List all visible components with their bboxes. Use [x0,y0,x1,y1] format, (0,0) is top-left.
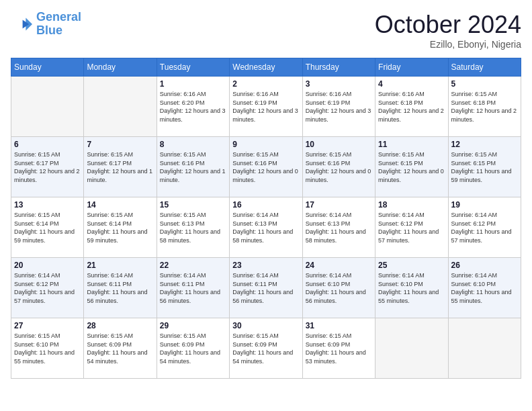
calendar-cell: 3Sunrise: 6:16 AM Sunset: 6:19 PM Daylig… [302,77,375,137]
cell-info: Sunrise: 6:15 AM Sunset: 6:09 PM Dayligh… [232,332,299,365]
calendar-cell: 16Sunrise: 6:14 AM Sunset: 6:13 PM Dayli… [230,197,302,258]
cell-info: Sunrise: 6:14 AM Sunset: 6:10 PM Dayligh… [451,271,518,305]
logo-icon [11,13,32,35]
calendar: SundayMondayTuesdayWednesdayThursdayFrid… [11,58,521,379]
calendar-cell: 27Sunrise: 6:15 AM Sunset: 6:10 PM Dayli… [11,318,84,379]
day-number: 31 [306,321,372,330]
cell-info: Sunrise: 6:14 AM Sunset: 6:12 PM Dayligh… [378,211,445,244]
calendar-cell: 29Sunrise: 6:15 AM Sunset: 6:09 PM Dayli… [157,318,229,379]
day-number: 10 [306,140,372,149]
logo-line1: General [36,10,81,24]
day-number: 17 [306,200,372,210]
day-header-tuesday: Tuesday [157,58,229,77]
page-header: General Blue October 2024 Ezillo, Ebonyi… [11,11,521,50]
day-number: 19 [451,200,518,210]
logo-text: General Blue [36,11,81,38]
day-number: 29 [160,321,226,330]
month-title: October 2024 [375,11,521,39]
cell-info: Sunrise: 6:14 AM Sunset: 6:13 PM Dayligh… [306,211,372,244]
cell-info: Sunrise: 6:15 AM Sunset: 6:10 PM Dayligh… [14,332,81,365]
calendar-cell: 14Sunrise: 6:15 AM Sunset: 6:14 PM Dayli… [84,197,157,258]
calendar-cell: 23Sunrise: 6:14 AM Sunset: 6:11 PM Dayli… [230,258,302,318]
cell-info: Sunrise: 6:15 AM Sunset: 6:17 PM Dayligh… [14,150,81,184]
day-number: 25 [378,261,445,270]
calendar-header-row: SundayMondayTuesdayWednesdayThursdayFrid… [11,58,521,77]
calendar-cell [11,77,84,137]
calendar-cell: 12Sunrise: 6:15 AM Sunset: 6:15 PM Dayli… [448,137,521,197]
calendar-cell: 19Sunrise: 6:14 AM Sunset: 6:12 PM Dayli… [448,197,521,258]
calendar-cell: 2Sunrise: 6:16 AM Sunset: 6:19 PM Daylig… [230,77,302,137]
cell-info: Sunrise: 6:14 AM Sunset: 6:12 PM Dayligh… [451,211,518,244]
cell-info: Sunrise: 6:15 AM Sunset: 6:16 PM Dayligh… [160,150,226,184]
cell-info: Sunrise: 6:16 AM Sunset: 6:20 PM Dayligh… [160,90,226,124]
calendar-cell [375,318,448,379]
day-number: 7 [87,140,153,149]
day-number: 15 [160,200,226,210]
day-header-wednesday: Wednesday [230,58,302,77]
cell-info: Sunrise: 6:15 AM Sunset: 6:09 PM Dayligh… [306,332,372,365]
cell-info: Sunrise: 6:14 AM Sunset: 6:11 PM Dayligh… [160,271,226,305]
calendar-cell [448,318,521,379]
calendar-cell: 22Sunrise: 6:14 AM Sunset: 6:11 PM Dayli… [157,258,229,318]
cell-info: Sunrise: 6:15 AM Sunset: 6:18 PM Dayligh… [451,90,518,124]
day-number: 23 [232,261,299,270]
calendar-week-row: 27Sunrise: 6:15 AM Sunset: 6:10 PM Dayli… [11,318,521,379]
day-number: 30 [232,321,299,330]
cell-info: Sunrise: 6:14 AM Sunset: 6:12 PM Dayligh… [14,271,81,305]
calendar-cell: 26Sunrise: 6:14 AM Sunset: 6:10 PM Dayli… [448,258,521,318]
calendar-cell: 15Sunrise: 6:15 AM Sunset: 6:13 PM Dayli… [157,197,229,258]
cell-info: Sunrise: 6:16 AM Sunset: 6:18 PM Dayligh… [378,90,445,124]
day-number: 1 [160,79,226,89]
day-number: 13 [14,200,81,210]
calendar-cell: 31Sunrise: 6:15 AM Sunset: 6:09 PM Dayli… [302,318,375,379]
calendar-cell: 18Sunrise: 6:14 AM Sunset: 6:12 PM Dayli… [375,197,448,258]
cell-info: Sunrise: 6:14 AM Sunset: 6:13 PM Dayligh… [232,211,299,244]
day-number: 11 [378,140,445,149]
calendar-cell: 21Sunrise: 6:14 AM Sunset: 6:11 PM Dayli… [84,258,157,318]
day-header-monday: Monday [84,58,157,77]
calendar-week-row: 1Sunrise: 6:16 AM Sunset: 6:20 PM Daylig… [11,77,521,137]
day-header-sunday: Sunday [11,58,84,77]
cell-info: Sunrise: 6:15 AM Sunset: 6:13 PM Dayligh… [160,211,226,244]
day-number: 20 [14,261,81,270]
cell-info: Sunrise: 6:15 AM Sunset: 6:16 PM Dayligh… [306,150,372,184]
calendar-cell [84,77,157,137]
day-number: 3 [306,79,372,89]
calendar-cell: 5Sunrise: 6:15 AM Sunset: 6:18 PM Daylig… [448,77,521,137]
calendar-cell: 8Sunrise: 6:15 AM Sunset: 6:16 PM Daylig… [157,137,229,197]
calendar-cell: 4Sunrise: 6:16 AM Sunset: 6:18 PM Daylig… [375,77,448,137]
calendar-cell: 7Sunrise: 6:15 AM Sunset: 6:17 PM Daylig… [84,137,157,197]
calendar-week-row: 13Sunrise: 6:15 AM Sunset: 6:14 PM Dayli… [11,197,521,258]
logo: General Blue [11,11,81,38]
day-number: 16 [232,200,299,210]
day-header-thursday: Thursday [302,58,375,77]
day-number: 26 [451,261,518,270]
day-number: 28 [87,321,153,330]
day-number: 6 [14,140,81,149]
cell-info: Sunrise: 6:14 AM Sunset: 6:10 PM Dayligh… [378,271,445,305]
logo-line2: Blue [36,24,62,37]
calendar-cell: 20Sunrise: 6:14 AM Sunset: 6:12 PM Dayli… [11,258,84,318]
day-number: 21 [87,261,153,270]
cell-info: Sunrise: 6:16 AM Sunset: 6:19 PM Dayligh… [306,90,372,124]
day-number: 18 [378,200,445,210]
day-number: 27 [14,321,81,330]
calendar-week-row: 20Sunrise: 6:14 AM Sunset: 6:12 PM Dayli… [11,258,521,318]
calendar-cell: 11Sunrise: 6:15 AM Sunset: 6:15 PM Dayli… [375,137,448,197]
cell-info: Sunrise: 6:15 AM Sunset: 6:09 PM Dayligh… [160,332,226,365]
location: Ezillo, Ebonyi, Nigeria [375,39,521,50]
cell-info: Sunrise: 6:14 AM Sunset: 6:10 PM Dayligh… [306,271,372,305]
calendar-cell: 9Sunrise: 6:15 AM Sunset: 6:16 PM Daylig… [230,137,302,197]
day-number: 24 [306,261,372,270]
day-header-friday: Friday [375,58,448,77]
day-number: 5 [451,79,518,89]
day-number: 14 [87,200,153,210]
title-section: October 2024 Ezillo, Ebonyi, Nigeria [375,11,521,50]
calendar-week-row: 6Sunrise: 6:15 AM Sunset: 6:17 PM Daylig… [11,137,521,197]
calendar-cell: 17Sunrise: 6:14 AM Sunset: 6:13 PM Dayli… [302,197,375,258]
cell-info: Sunrise: 6:15 AM Sunset: 6:15 PM Dayligh… [451,150,518,184]
day-number: 4 [378,79,445,89]
cell-info: Sunrise: 6:15 AM Sunset: 6:16 PM Dayligh… [232,150,299,184]
day-number: 2 [232,79,299,89]
calendar-cell: 13Sunrise: 6:15 AM Sunset: 6:14 PM Dayli… [11,197,84,258]
